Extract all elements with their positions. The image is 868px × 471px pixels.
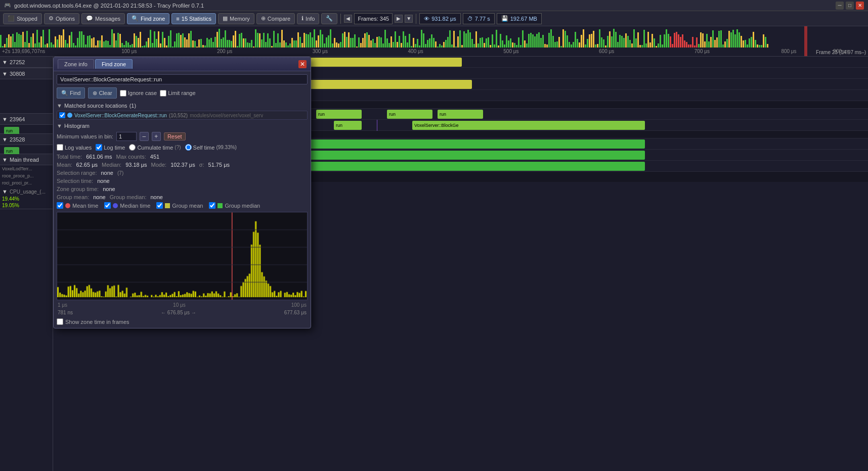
statistics-button[interactable]: ≡ 15 Statistics (171, 13, 216, 24)
limit-range-checkbox[interactable] (160, 90, 166, 97)
source-checkbox[interactable] (59, 112, 65, 118)
cpu-pct2: 19.05% (0, 202, 53, 209)
timeline-bar (558, 37, 560, 48)
trace-block-blockgen6[interactable]: run (438, 110, 483, 119)
timeline-area[interactable]: +2s 139,696,707ns 100 μs 200 μs 300 μs 4… (0, 26, 868, 57)
timeline-bar (550, 29, 552, 48)
minimize-button[interactable]: ─ (836, 2, 844, 10)
dialog-close-button[interactable]: ✕ (298, 60, 307, 68)
histogram-header: ▼ Histogram (57, 123, 308, 129)
legend-group-median[interactable]: Group median (209, 202, 260, 209)
histogram-toggle[interactable]: ▼ (57, 123, 62, 129)
timeline-bar (245, 38, 246, 48)
timeline-bar (320, 30, 321, 48)
cpu-toggle-icon[interactable]: ▼ (2, 189, 8, 195)
log-time-label[interactable]: Log time (96, 144, 125, 151)
timeline-bar (613, 29, 615, 48)
legend-mean-checkbox[interactable] (57, 202, 63, 209)
timeline-bar (763, 34, 764, 48)
timeline-bar (6, 38, 8, 48)
timeline-bar (61, 35, 62, 48)
tab-zone-info[interactable]: Zone info (58, 59, 94, 69)
timeline-bar (97, 40, 99, 48)
options-button[interactable]: ⚙ Options (44, 13, 79, 24)
cpu-pct1: 19.44% (0, 196, 53, 202)
info-button[interactable]: ℹ Info (297, 13, 319, 24)
matched-toggle[interactable]: ▼ (57, 103, 62, 109)
thread-toggle-icon[interactable]: ▼ (2, 59, 8, 65)
timeline-bar (530, 33, 532, 48)
thread-toggle-icon-3[interactable]: ▼ (2, 116, 8, 122)
frames-next-button[interactable]: ▶ (395, 15, 403, 23)
hist-range-right: 677.63 μs (284, 310, 307, 315)
timeline-bar (342, 33, 343, 48)
histogram-chart[interactable] (57, 212, 308, 300)
timeline-bar (0, 35, 2, 48)
timeline-bar (467, 30, 469, 48)
timeline-bar (372, 39, 374, 48)
self-time-radio[interactable] (185, 144, 192, 151)
limit-range-label[interactable]: Limit range (160, 90, 195, 97)
timeline-bar (111, 29, 113, 48)
legend-median-checkbox[interactable] (104, 202, 111, 209)
cumulate-time-radio[interactable] (129, 144, 136, 151)
ignore-case-checkbox[interactable] (120, 90, 126, 97)
trace-block-blockgen4[interactable]: run (316, 110, 362, 119)
main-thread-sub2: roce_proce_p... (0, 172, 53, 179)
bin-minus-button[interactable]: – (140, 132, 149, 141)
log-values-label[interactable]: Log values (57, 144, 92, 151)
find-zone-input[interactable] (57, 74, 308, 84)
thread-toggle-icon-2[interactable]: ▼ (2, 71, 8, 77)
tab-find-zone[interactable]: Find zone (95, 59, 133, 69)
legend-median-time[interactable]: Median time (104, 202, 150, 209)
find-zone-button[interactable]: 🔍 Find zone (127, 13, 169, 24)
timeline-bar (524, 40, 526, 48)
maximize-button[interactable]: □ (846, 2, 854, 10)
timeline-bar (12, 34, 14, 48)
trace-block-run13[interactable]: run (334, 121, 362, 130)
log-time-checkbox[interactable] (96, 144, 102, 151)
close-button[interactable]: ✕ (856, 2, 864, 10)
tool-button[interactable]: 🔧 (321, 13, 337, 24)
bin-input[interactable] (116, 132, 137, 141)
messages-button[interactable]: 💬 Messages (81, 13, 125, 24)
log-values-checkbox[interactable] (57, 144, 63, 151)
timeline-bar (10, 36, 12, 48)
frames-prev-button[interactable]: ◀ (344, 15, 352, 23)
legend-group-median-checkbox[interactable] (209, 202, 215, 209)
find-button[interactable]: 🔍 Find (57, 87, 85, 99)
self-time-label[interactable]: Self time (99.33%) (185, 144, 237, 151)
memory-button[interactable]: ▦ Memory (218, 13, 254, 24)
thread-23528-header: ▼ 23528 (0, 134, 53, 145)
legend-group-mean-checkbox[interactable] (156, 202, 163, 209)
legend-mean-time[interactable]: Mean time (57, 202, 98, 209)
compare-button[interactable]: ⊕ Compare (256, 13, 295, 24)
timeline-bar (647, 32, 649, 48)
ignore-case-label[interactable]: Ignore case (120, 90, 157, 97)
timeline-bar (743, 40, 744, 48)
trace-block-voxelge[interactable]: VoxelServer::BlockGe (412, 121, 645, 130)
show-zone-frames-checkbox[interactable] (57, 318, 63, 325)
clear-button[interactable]: ⊗ Clear (88, 87, 116, 99)
ruler-mark-300: 300 μs (313, 49, 328, 54)
frames-dropdown-button[interactable]: ▼ (405, 15, 413, 23)
reset-button[interactable]: Reset (164, 132, 186, 140)
timeline-bar (615, 32, 617, 48)
timeline-bar (611, 36, 613, 48)
thread-toggle-icon-4[interactable]: ▼ (2, 136, 8, 143)
timeline-bar (506, 35, 507, 48)
stats-icon: ≡ (176, 16, 179, 22)
find-icon: 🔍 (61, 90, 68, 97)
timeline-bar (680, 37, 681, 48)
bin-plus-button[interactable]: + (152, 132, 161, 141)
legend-group-mean[interactable]: Group mean (156, 202, 203, 209)
thread-toggle-icon-5[interactable]: ▼ (2, 157, 8, 163)
trace-block-blockgen5[interactable]: run (387, 110, 432, 119)
timeline-bar (581, 35, 582, 48)
cumulate-time-label[interactable]: Cumulate time (?) (129, 144, 181, 151)
thread-main-header: ▼ Main thread (0, 154, 53, 165)
timeline-bar (730, 32, 732, 48)
stopped-button[interactable]: ⬛ Stopped (3, 13, 42, 24)
ruler-mark-400: 400 μs (408, 49, 423, 54)
stats-row-mean: Mean: 62.65 μs Median: 93.18 μs Mode: 10… (57, 162, 308, 168)
